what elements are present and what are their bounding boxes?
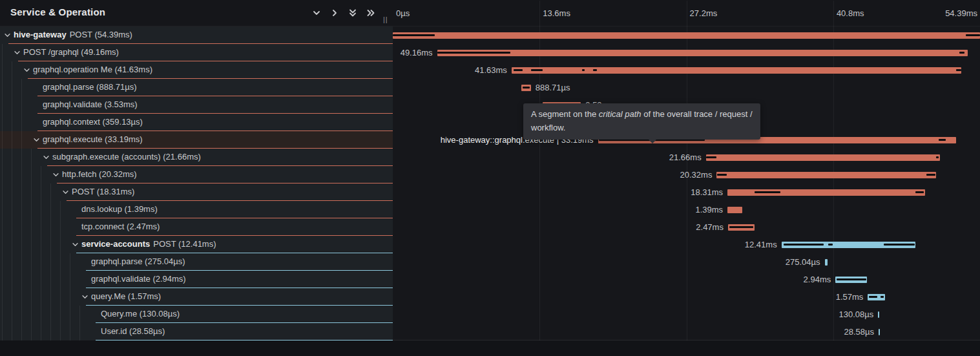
chevron-down-icon[interactable] bbox=[23, 67, 30, 74]
span-duration-label: 12.41ms bbox=[745, 236, 777, 253]
critical-path-segment bbox=[514, 69, 523, 71]
span-row: graphql.execute (33.19ms)hive-gateway::g… bbox=[0, 131, 980, 149]
span-row-left[interactable]: Query.me (130.08µs) bbox=[0, 306, 393, 323]
span-bar[interactable] bbox=[716, 172, 936, 178]
indent-guide bbox=[79, 323, 80, 340]
span-row-left[interactable]: dns.lookup (1.39ms) bbox=[0, 201, 393, 218]
span-row-timeline: 130.08µs bbox=[393, 306, 980, 323]
indent-guide bbox=[41, 306, 41, 323]
indent-guide bbox=[12, 306, 12, 323]
span-bar[interactable] bbox=[437, 50, 968, 56]
span-row-left[interactable]: service-accountsPOST (12.41ms) bbox=[0, 236, 393, 253]
indent-guide bbox=[12, 253, 12, 271]
span-row-left[interactable]: query.Me (1.57ms) bbox=[0, 288, 393, 306]
indent-guide bbox=[60, 271, 61, 288]
span-duration-label: 1.57ms bbox=[836, 288, 864, 306]
chevron-down-icon[interactable] bbox=[43, 154, 50, 161]
span-bar[interactable] bbox=[706, 154, 940, 161]
span-name-label: hive-gatewayPOST (54.39ms) bbox=[14, 26, 132, 43]
span-name-label: graphql.operation Me (41.63ms) bbox=[33, 61, 152, 78]
chevron-down-icon[interactable] bbox=[14, 49, 21, 56]
indent-guide bbox=[12, 288, 12, 306]
chevron-down-icon[interactable] bbox=[72, 241, 79, 248]
indent-guide bbox=[41, 253, 41, 271]
trace-viewer: Service & Operation || 0µs13.6ms27.2ms40… bbox=[0, 0, 980, 356]
span-bar[interactable] bbox=[393, 32, 980, 39]
chevron-down-icon[interactable] bbox=[81, 293, 89, 300]
indent-guide bbox=[21, 323, 22, 340]
span-row-left[interactable]: http.fetch (20.32ms) bbox=[0, 166, 393, 183]
span-row-left[interactable]: graphql.validate (2.94ms) bbox=[0, 271, 393, 288]
span-row-left[interactable]: subgraph.execute (accounts) (21.66ms) bbox=[0, 149, 393, 166]
span-row-left[interactable]: graphql.operation Me (41.63ms) bbox=[0, 61, 393, 79]
indent-guide bbox=[41, 218, 41, 236]
chevron-down-icon[interactable] bbox=[62, 189, 69, 196]
indent-guide bbox=[2, 253, 3, 271]
critical-path-segment bbox=[755, 191, 780, 193]
span-duration-label: 21.66ms bbox=[669, 149, 702, 166]
span-bar[interactable] bbox=[727, 207, 742, 213]
span-row-timeline: 28.58µs bbox=[393, 323, 980, 340]
indent-guide bbox=[12, 183, 12, 201]
span-duration-label: 2.47ms bbox=[696, 218, 724, 236]
span-row-left[interactable]: graphql.parse (275.04µs) bbox=[0, 253, 393, 271]
indent-guide bbox=[70, 253, 70, 271]
double-chevron-right-icon[interactable] bbox=[366, 8, 376, 18]
indent-guide bbox=[60, 253, 61, 271]
indent-guide bbox=[60, 323, 61, 340]
span-bar[interactable] bbox=[512, 67, 961, 74]
chevron-down-icon[interactable] bbox=[311, 8, 322, 18]
chevron-right-icon[interactable] bbox=[329, 8, 340, 18]
span-row: tcp.connect (2.47ms)2.47ms bbox=[0, 218, 980, 236]
span-row-left[interactable]: hive-gatewayPOST (54.39ms) bbox=[0, 26, 393, 44]
indent-guide bbox=[12, 201, 12, 218]
span-row-left[interactable]: graphql.validate (3.53ms) bbox=[0, 96, 393, 114]
span-bar[interactable] bbox=[825, 259, 828, 266]
indent-guide bbox=[12, 149, 12, 166]
indent-guide bbox=[50, 253, 51, 271]
indent-guide bbox=[2, 306, 3, 323]
indent-guide bbox=[60, 218, 61, 236]
span-row: graphql.validate (3.53ms)3.53ms bbox=[0, 96, 980, 114]
span-name-label: graphql.parse (888.71µs) bbox=[43, 79, 137, 96]
indent-guide bbox=[2, 96, 3, 114]
span-row-left[interactable]: graphql.execute (33.19ms) bbox=[0, 131, 393, 149]
indent-guide bbox=[31, 271, 32, 288]
indent-guide bbox=[70, 271, 70, 288]
critical-path-segment bbox=[531, 69, 543, 71]
panel-resize-handle[interactable]: || bbox=[383, 16, 388, 23]
span-row-left[interactable]: POST /graphql (49.16ms) bbox=[0, 44, 393, 61]
chevron-down-icon[interactable] bbox=[52, 171, 59, 178]
indent-guide bbox=[21, 183, 22, 201]
indent-guide bbox=[21, 149, 22, 166]
span-row: graphql.context (359.13µs)359.13µs bbox=[0, 114, 980, 131]
critical-path-segment bbox=[915, 191, 924, 193]
critical-path-segment bbox=[437, 52, 511, 54]
span-row: POST /graphql (49.16ms)49.16ms bbox=[0, 44, 980, 61]
span-row-left[interactable]: User.id (28.58µs) bbox=[0, 323, 393, 340]
span-row: graphql.parse (275.04µs)275.04µs bbox=[0, 253, 980, 271]
span-row-left[interactable]: graphql.context (359.13µs) bbox=[0, 114, 393, 131]
span-bar[interactable] bbox=[878, 311, 879, 318]
indent-guide bbox=[21, 306, 22, 323]
span-bar[interactable] bbox=[879, 329, 880, 335]
critical-path-segment bbox=[956, 69, 961, 71]
tooltip-line-1: A segment on the critical path of the ov… bbox=[531, 107, 753, 121]
indent-guide bbox=[60, 288, 61, 306]
indent-guide bbox=[70, 306, 70, 323]
indent-guide bbox=[21, 218, 22, 236]
span-row: graphql.validate (2.94ms)2.94ms bbox=[0, 271, 980, 288]
indent-guide bbox=[31, 288, 32, 306]
indent-guide bbox=[12, 271, 12, 288]
chevron-down-icon[interactable] bbox=[33, 136, 40, 143]
span-rows-area: hive-gatewayPOST (54.39ms)POST /graphql … bbox=[0, 26, 980, 340]
double-chevron-down-icon[interactable] bbox=[348, 8, 358, 18]
indent-guide bbox=[31, 236, 32, 253]
span-row-left[interactable]: tcp.connect (2.47ms) bbox=[0, 218, 393, 236]
span-row-left[interactable]: POST (18.31ms) bbox=[0, 183, 393, 201]
chevron-down-icon[interactable] bbox=[4, 32, 11, 39]
span-row-left[interactable]: graphql.parse (888.71µs) bbox=[0, 79, 393, 96]
indent-guide bbox=[2, 131, 3, 149]
indent-guide bbox=[12, 323, 12, 340]
axis-tick-label: 13.6ms bbox=[543, 8, 570, 18]
